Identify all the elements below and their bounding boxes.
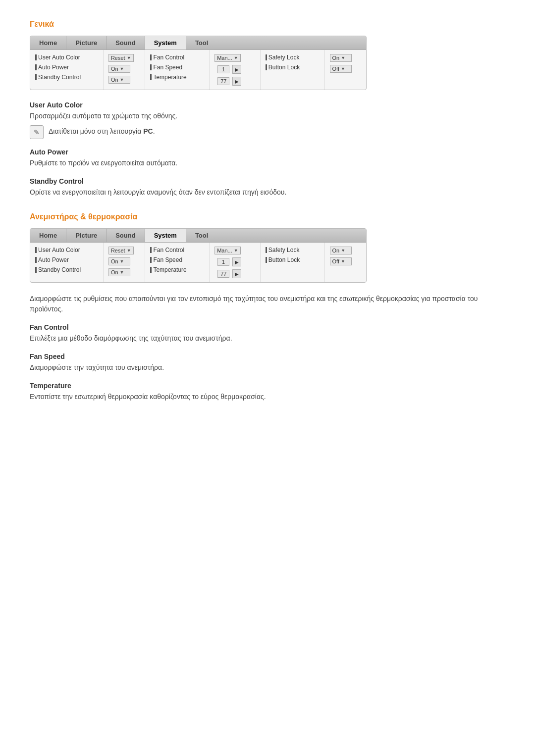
tab-picture-1[interactable]: Picture — [66, 36, 107, 50]
osd-fan-speed-val-1: 1 ▶ — [214, 65, 255, 74]
osd-safety-lock-2: Safety Lock — [266, 247, 320, 253]
osd-val-row-5: On ▼ — [108, 257, 140, 265]
osd-col-values-1: Reset ▼ On ▼ On ▼ — [104, 50, 145, 90]
button-lock-dropdown-2[interactable]: Off ▼ — [330, 257, 352, 265]
fan-speed-label-1: Fan Speed — [153, 64, 182, 71]
osd-bar-icon — [35, 267, 37, 273]
osd-header-2: Home Picture Sound System Tool — [30, 229, 366, 243]
fan-speed-label-2: Fan Speed — [153, 256, 182, 263]
osd-col-safety-values-1: On ▼ Off ▼ — [325, 50, 366, 90]
temperature-arrow-2[interactable]: ▶ — [232, 269, 241, 278]
osd-bar-icon — [35, 74, 37, 80]
osd-bar-icon — [35, 54, 37, 60]
temperature-title: Temperature — [30, 382, 505, 390]
osd-fan-control-val-2: Man... ▼ — [214, 247, 255, 254]
fan-control-label-1: Fan Control — [153, 54, 184, 61]
osd-bar-icon — [35, 64, 37, 70]
auto-power-dropdown-1[interactable]: On ▼ — [108, 65, 130, 73]
osd-val-row-1: Reset ▼ — [108, 54, 140, 62]
osd-body-2: User Auto Color Auto Power Standby Contr… — [30, 243, 366, 282]
temperature-arrow-1[interactable]: ▶ — [232, 77, 241, 86]
tab-home-1[interactable]: Home — [30, 36, 66, 50]
fan-control-text: Επιλέξτε μια μέθοδο διαμόρφωσης της ταχύ… — [30, 333, 505, 344]
osd-safety-val-2: On ▼ — [330, 247, 361, 254]
tab-tool-1[interactable]: Tool — [186, 36, 217, 50]
osd-val-row-4: Reset ▼ — [108, 247, 140, 254]
osd-row-standby-2: Standby Control — [35, 266, 98, 273]
tab-sound-1[interactable]: Sound — [107, 36, 145, 50]
fan-control-dropdown-1[interactable]: Man... ▼ — [214, 54, 241, 62]
standby-dropdown-1[interactable]: On ▼ — [108, 76, 130, 84]
osd-safety-val-1: On ▼ — [330, 54, 361, 62]
osd-bar-icon — [266, 54, 267, 60]
osd-fan-speed-1: Fan Speed — [150, 64, 204, 71]
note-text: Διατίθεται μόνο στη λειτουργία PC. — [49, 125, 155, 135]
tab-tool-2[interactable]: Tool — [186, 229, 217, 242]
auto-power-text: Ρυθμίστε το προϊόν να ενεργοποιείται αυτ… — [30, 158, 505, 168]
auto-power-subsection: Auto Power Ρυθμίστε το προϊόν να ενεργοπ… — [30, 148, 505, 168]
fan-temp-section: Ανεμιστήρας & θερμοκρασία Home Picture S… — [30, 212, 505, 402]
fan-control-title: Fan Control — [30, 323, 505, 331]
fan-speed-arrow-1[interactable]: ▶ — [232, 65, 241, 74]
button-lock-label-1: Button Lock — [268, 64, 300, 71]
osd-col-labels-1: User Auto Color Auto Power Standby Contr… — [30, 50, 104, 90]
temperature-label-2: Temperature — [153, 266, 186, 273]
fan-speed-title: Fan Speed — [30, 353, 505, 360]
osd-button-val-2: Off ▼ — [330, 257, 361, 265]
osd-bar-icon — [150, 54, 152, 60]
fan-control-subsection: Fan Control Επιλέξτε μια μέθοδο διαμόρφω… — [30, 323, 505, 344]
auto-power-dropdown-2[interactable]: On ▼ — [108, 257, 130, 265]
fan-control-label-2: Fan Control — [153, 247, 184, 253]
temperature-subsection: Temperature Εντοπίστε την εσωτερική θερμ… — [30, 382, 505, 402]
fan-speed-value-2: 1 — [217, 258, 229, 266]
osd-temp-val-1: 77 ▶ — [214, 77, 255, 86]
user-auto-color-subsection: User Auto Color Προσαρμόζει αυτόματα τα … — [30, 101, 505, 139]
button-lock-label-2: Button Lock — [268, 256, 300, 263]
button-lock-dropdown-1[interactable]: Off ▼ — [330, 65, 352, 73]
reset-dropdown-1[interactable]: Reset ▼ — [108, 54, 134, 62]
osd-col-safety-labels-1: Safety Lock Button Lock — [261, 50, 325, 90]
reset-dropdown-2[interactable]: Reset ▼ — [108, 247, 134, 254]
general-title: Γενικά — [30, 20, 505, 29]
fan-control-dropdown-2[interactable]: Man... ▼ — [214, 247, 241, 254]
osd-bar-icon — [150, 267, 152, 273]
tab-system-2[interactable]: System — [145, 229, 186, 242]
osd-bar-icon — [150, 64, 152, 70]
standby-title: Standby Control — [30, 177, 505, 185]
fan-speed-value-1: 1 — [217, 65, 229, 73]
fan-speed-subsection: Fan Speed Διαμορφώστε την ταχύτητα του α… — [30, 353, 505, 373]
osd-temperature-2: Temperature — [150, 266, 204, 273]
note-box: ✎ Διατίθεται μόνο στη λειτουργία PC. — [30, 125, 505, 139]
tab-system-1[interactable]: System — [145, 36, 186, 50]
user-auto-color-label-2: User Auto Color — [38, 247, 80, 253]
osd-val-row-3: On ▼ — [108, 76, 140, 84]
osd-bar-icon — [266, 64, 267, 70]
standby-dropdown-2[interactable]: On ▼ — [108, 268, 130, 276]
osd-fan-control-val-1: Man... ▼ — [214, 54, 255, 62]
general-section: Γενικά Home Picture Sound System Tool Us… — [30, 20, 505, 198]
osd-fan-speed-2: Fan Speed — [150, 256, 204, 263]
osd-fan-speed-val-2: 1 ▶ — [214, 257, 255, 266]
osd-fan-control-1: Fan Control — [150, 54, 204, 61]
auto-power-label-2: Auto Power — [38, 256, 69, 263]
osd-bar-icon — [35, 257, 37, 263]
safety-lock-label-1: Safety Lock — [268, 54, 300, 61]
osd-bar-icon — [150, 257, 152, 263]
osd-temperature-1: Temperature — [150, 74, 204, 81]
osd-col-fan-labels-2: Fan Control Fan Speed Temperature — [145, 243, 210, 282]
fan-speed-arrow-2[interactable]: ▶ — [232, 257, 241, 266]
safety-lock-dropdown-2[interactable]: On ▼ — [330, 247, 352, 254]
fan-temp-intro-subsection: Διαμορφώστε τις ρυθμίσεις που απαιτούντα… — [30, 294, 505, 314]
tab-sound-2[interactable]: Sound — [107, 229, 145, 242]
tab-home-2[interactable]: Home — [30, 229, 66, 242]
standby-subsection: Standby Control Ορίστε να ενεργοποιείται… — [30, 177, 505, 198]
fan-temp-osd-table: Home Picture Sound System Tool User Auto… — [30, 228, 367, 283]
osd-val-row-2: On ▼ — [108, 65, 140, 73]
safety-lock-dropdown-1[interactable]: On ▼ — [330, 54, 352, 62]
tab-picture-2[interactable]: Picture — [66, 229, 107, 242]
osd-col-labels-2: User Auto Color Auto Power Standby Contr… — [30, 243, 104, 282]
standby-text: Ορίστε να ενεργοποιείται η λειτουργία αν… — [30, 187, 505, 198]
temperature-value-1: 77 — [217, 77, 229, 85]
osd-safety-lock-1: Safety Lock — [266, 54, 320, 61]
osd-col-safety-values-2: On ▼ Off ▼ — [325, 243, 366, 282]
